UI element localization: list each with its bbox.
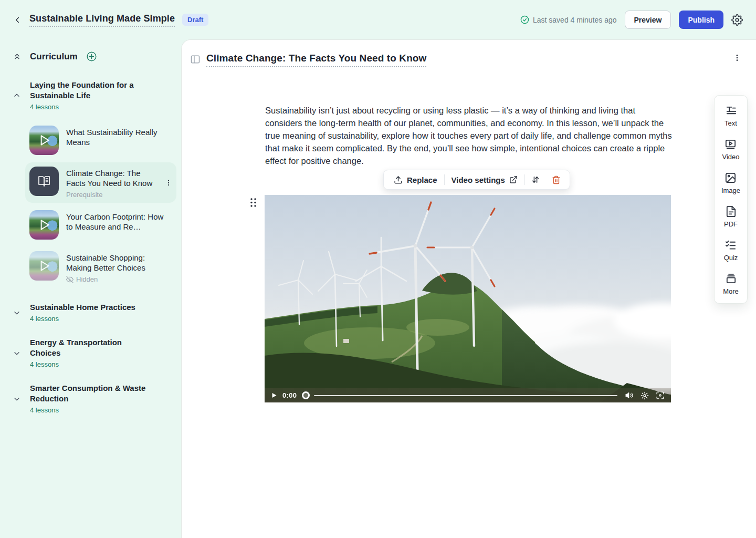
lesson-list: What Sustainability Really Means Climate… [29,121,172,287]
image-icon [724,172,737,184]
gear-icon [640,391,649,400]
quiz-checklist-icon [724,239,737,251]
block-drag-handle[interactable] [250,198,257,208]
status-badge: Draft [182,14,208,26]
section-lesson-count: 4 lessons [30,103,151,111]
preview-button[interactable]: Preview [625,11,671,29]
course-title[interactable]: Sustainable Living Made Simple [29,13,175,27]
section-lesson-count: 4 lessons [30,406,151,414]
video-block-toolbar: Replace Video settings [383,170,570,190]
curriculum-section: Sustainable Home Practices 4 lessons [13,302,172,323]
topbar: Sustainable Living Made Simple Draft Las… [0,0,756,39]
lesson-row-hidden[interactable]: Sustainable Shopping: Making Better Choi… [25,247,176,287]
volume-button[interactable] [625,391,634,400]
section-header[interactable]: Sustainable Home Practices 4 lessons [13,302,172,323]
topbar-right: Last saved 4 minutes ago Preview Publish [520,11,743,29]
check-circle-icon [520,15,529,24]
play-icon [271,392,277,399]
lesson-title: What Sustainability Really Means [66,127,172,147]
lesson-row[interactable]: What Sustainability Really Means [25,121,176,159]
sort-arrows-icon [531,175,540,184]
chevrons-up-icon [13,52,22,61]
text-icon [725,105,737,117]
collapse-all-button[interactable] [13,52,22,61]
section-title: Smarter Consumption & Waste Reduction [30,383,151,404]
progress-track[interactable] [314,395,617,396]
curriculum-sidebar: Curriculum Laying the Foundation for a S… [0,39,181,538]
video-settings-button[interactable]: Video settings [445,170,524,189]
lesson-menu-button[interactable] [165,179,172,187]
play-button[interactable] [271,392,277,399]
last-saved-text: Last saved 4 minutes ago [533,16,617,24]
video-player[interactable]: 0:00 [265,195,671,402]
replace-button[interactable]: Replace [387,170,444,189]
lesson-video-thumbnail [29,126,59,155]
kebab-icon [733,54,741,62]
curriculum-title: Curriculum [30,51,78,62]
curriculum-section: Smarter Consumption & Waste Reduction 4 … [13,383,172,414]
last-saved-status: Last saved 4 minutes ago [520,15,617,24]
section-header[interactable]: Energy & Transportation Choices 4 lesson… [13,337,172,368]
insert-block-toolbar: Text Video Image PDF Quiz More [714,95,748,304]
back-chevron-icon [13,15,22,25]
player-settings-button[interactable] [640,391,649,400]
lesson-prerequisite-label: Prerequisite [66,191,158,199]
chevron-down-icon [13,308,21,317]
section-lesson-count: 4 lessons [30,360,151,368]
eye-off-icon [66,276,74,283]
section-lesson-count: 4 lessons [30,315,135,323]
publish-button[interactable]: Publish [679,11,723,29]
lesson-page-title[interactable]: Climate Change: The Facts You Need to Kn… [206,53,426,67]
upload-icon [394,175,403,184]
section-title: Energy & Transportation Choices [30,337,151,358]
insert-image-button[interactable]: Image [721,172,740,194]
plus-circle-icon [86,51,97,62]
lesson-video-thumbnail [29,251,59,281]
lesson-row-selected[interactable]: Climate Change: The Facts You Need to Kn… [25,162,176,203]
lesson-header: Climate Change: The Facts You Need to Kn… [190,53,426,67]
current-time: 0:00 [282,391,297,399]
insert-text-button[interactable]: Text [724,105,737,127]
external-link-icon [509,175,518,184]
scrubber-handle[interactable] [302,391,310,399]
lesson-editor-panel: Climate Change: The Facts You Need to Kn… [181,39,756,538]
lesson-video-thumbnail [29,210,59,240]
curriculum-header: Curriculum [13,51,172,62]
chevron-down-icon [13,349,21,357]
section-header[interactable]: Laying the Foundation for a Sustainable … [13,80,172,111]
fullscreen-icon [656,391,665,400]
kebab-icon [165,179,172,187]
settings-button[interactable] [731,14,743,26]
lesson-title: Sustainable Shopping: Making Better Choi… [66,253,172,273]
volume-icon [625,391,634,400]
insert-quiz-button[interactable]: Quiz [724,239,738,262]
curriculum-section: Energy & Transportation Choices 4 lesson… [13,337,172,368]
lesson-title: Your Carbon Footprint: How to Measure an… [66,212,172,232]
insert-pdf-button[interactable]: PDF [724,205,738,228]
lesson-hidden-label: Hidden [66,275,172,283]
chevron-down-icon [13,395,21,403]
lesson-row[interactable]: Your Carbon Footprint: How to Measure an… [25,206,176,244]
lesson-intro-paragraph[interactable]: Sustainability isn’t just about recyclin… [265,104,673,167]
lesson-options-button[interactable] [733,54,741,62]
curriculum-section: Laying the Foundation for a Sustainable … [13,80,172,287]
trash-icon [552,175,561,184]
reorder-block-button[interactable] [525,175,546,184]
pdf-icon [725,205,737,218]
chevron-up-icon [13,91,21,100]
section-title: Sustainable Home Practices [30,302,135,313]
section-header[interactable]: Smarter Consumption & Waste Reduction 4 … [13,383,172,414]
lesson-title: Climate Change: The Facts You Need to Kn… [66,168,158,188]
play-icon [37,218,51,232]
insert-more-button[interactable]: More [723,273,739,295]
insert-video-button[interactable]: Video [722,138,739,161]
video-controls-bar: 0:00 [265,388,671,402]
topbar-left: Sustainable Living Made Simple Draft [13,13,208,27]
add-section-button[interactable] [86,51,97,62]
grip-dots-icon [250,198,257,208]
delete-block-button[interactable] [546,175,566,184]
back-button[interactable] [13,15,22,25]
fullscreen-button[interactable] [656,391,665,400]
gear-icon [731,14,743,26]
toggle-sidebar-button[interactable] [190,53,201,65]
